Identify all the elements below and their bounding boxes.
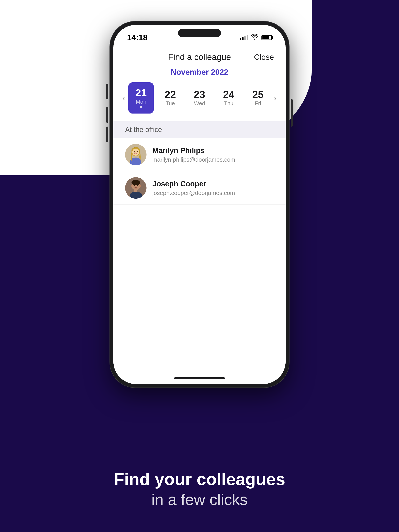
person-item-0[interactable]: Marilyn Philipsmarilyn.philips@doorjames… — [113, 138, 286, 171]
app-title: Find a colleague — [168, 52, 231, 62]
person-info-1: Joseph Cooperjoseph.cooper@doorjames.com — [152, 180, 235, 196]
prev-week-button[interactable]: ‹ — [119, 91, 129, 105]
svg-point-18 — [137, 185, 138, 186]
person-name-0: Marilyn Philips — [152, 146, 235, 155]
home-bar — [174, 377, 225, 379]
signal-icon — [240, 35, 248, 40]
day-num-21: 21 — [135, 88, 147, 98]
app-header: Find a colleague Close — [113, 44, 286, 66]
avatar-marilyn — [125, 144, 147, 165]
person-name-1: Joseph Cooper — [152, 180, 235, 188]
day-num-24: 24 — [223, 89, 234, 100]
home-indicator — [113, 372, 286, 384]
svg-point-17 — [134, 185, 135, 186]
svg-rect-8 — [130, 160, 141, 165]
day-label-24: Thu — [224, 100, 233, 107]
person-email-0: marilyn.philips@doorjames.com — [152, 156, 235, 163]
day-num-22: 22 — [165, 89, 176, 100]
app-content: Find a colleague Close November 2022 ‹ 2… — [113, 44, 286, 384]
svg-rect-11 — [130, 194, 142, 199]
active-dot — [140, 106, 142, 108]
status-time: 14:18 — [127, 33, 148, 42]
svg-point-6 — [137, 151, 138, 152]
phone-screen: 14:18 — [113, 25, 286, 384]
day-label-25: Fri — [255, 100, 261, 107]
month-title: November 2022 — [171, 68, 228, 76]
section-header: At the office — [113, 121, 286, 138]
phone-frame: 14:18 — [110, 21, 289, 387]
close-button[interactable]: Close — [254, 53, 274, 62]
day-label-22: Tue — [166, 100, 175, 107]
svg-rect-19 — [134, 187, 137, 189]
headline: Find your colleagues — [0, 470, 399, 489]
calendar-day-25[interactable]: 25Fri — [245, 82, 270, 114]
avatar-joseph — [125, 177, 147, 199]
day-label-21: Mon — [136, 99, 146, 105]
wifi-icon — [251, 34, 258, 41]
calendar-day-24[interactable]: 24Thu — [216, 82, 241, 114]
calendar-days: 21Mon22Tue23Wed24Thu25Fri — [129, 82, 270, 114]
people-list: Marilyn Philipsmarilyn.philips@doorjames… — [113, 138, 286, 372]
day-label-23: Wed — [194, 100, 205, 107]
svg-point-4 — [132, 149, 139, 156]
battery-icon — [261, 35, 272, 40]
calendar-day-22[interactable]: 22Tue — [158, 82, 183, 114]
person-info-0: Marilyn Philipsmarilyn.philips@doorjames… — [152, 146, 235, 163]
marketing-text: Find your colleagues in a few clicks — [0, 470, 399, 509]
calendar-strip: ‹ 21Mon22Tue23Wed24Thu25Fri › — [113, 82, 286, 121]
svg-point-16 — [139, 185, 141, 187]
person-email-1: joseph.cooper@doorjames.com — [152, 190, 235, 196]
next-week-button[interactable]: › — [270, 91, 280, 105]
svg-point-5 — [134, 151, 135, 152]
subtext: in a few clicks — [0, 491, 399, 509]
calendar-day-23[interactable]: 23Wed — [187, 82, 212, 114]
status-icons — [240, 34, 272, 41]
day-num-25: 25 — [252, 89, 264, 100]
month-header: November 2022 — [113, 66, 286, 82]
dynamic-island — [178, 29, 221, 37]
day-num-23: 23 — [194, 89, 205, 100]
svg-point-14 — [131, 180, 140, 185]
svg-point-15 — [131, 185, 132, 187]
calendar-day-21[interactable]: 21Mon — [129, 82, 154, 114]
person-item-1[interactable]: Joseph Cooperjoseph.cooper@doorjames.com — [113, 171, 286, 205]
section-title: At the office — [125, 126, 162, 133]
phone-mockup: 14:18 — [110, 21, 289, 387]
